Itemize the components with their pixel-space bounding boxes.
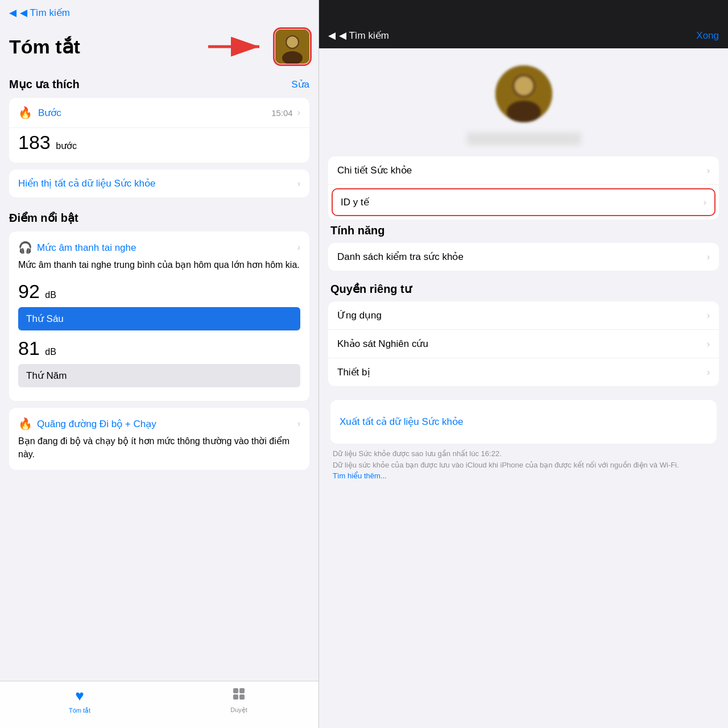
- footer-section: Xuất tất cả dữ liệu Sức khỏe Dữ liệu Sức…: [328, 398, 719, 482]
- highlights-title: Điểm nổi bật: [9, 211, 78, 225]
- all-health-label: Hiển thị tất cả dữ liệu Sức khỏe: [18, 177, 297, 189]
- walk-fire-icon: 🔥: [18, 417, 32, 431]
- privacy-card: Ứng dụng › Khảo sát Nghiên cứu › Thiết b…: [328, 301, 719, 386]
- day1-bar: Thứ Sáu: [18, 307, 300, 330]
- walk-chevron: ›: [297, 419, 300, 429]
- research-row[interactable]: Khảo sát Nghiên cứu ›: [328, 330, 719, 358]
- favorites-title: Mục ưa thích: [9, 77, 80, 91]
- day1-label: Thứ Sáu: [26, 313, 64, 324]
- health-menu-card: Chi tiết Sức khỏe › ID y tế ›: [328, 156, 719, 220]
- tinh-nang-section: Tính năng Danh sách kiểm tra sức khỏe ›: [328, 224, 719, 271]
- right-back-arrow: ◀: [328, 30, 336, 42]
- tinh-nang-card: Danh sách kiểm tra sức khỏe ›: [328, 243, 719, 271]
- db2-value: 81 dB: [18, 337, 300, 359]
- profile-name-blurred: [467, 133, 581, 145]
- checklist-label: Danh sách kiểm tra sức khỏe: [337, 251, 707, 263]
- favorites-header: Mục ưa thích Sửa: [9, 77, 309, 91]
- tab-summary[interactable]: ♥ Tóm tắt: [0, 687, 159, 714]
- walk-desc: Bạn đang đi bộ và chạy bộ ít hơn mức thô…: [18, 435, 300, 461]
- right-panel: ◀ ◀ Tìm kiếm Xong Chi tiết Sức khỏe ›: [318, 0, 728, 728]
- footer-note: Dữ liệu Sức khỏe được sao lưu gần nhất l…: [330, 448, 717, 482]
- svg-rect-6: [233, 688, 238, 693]
- learn-more-link[interactable]: Tìm hiểu thêm...: [333, 471, 387, 480]
- profile-avatar-button[interactable]: [275, 30, 309, 64]
- right-profile-avatar: [495, 65, 552, 122]
- apps-label: Ứng dụng: [337, 309, 707, 321]
- fire-icon: 🔥: [18, 106, 32, 119]
- left-scroll-content: Tóm tắt: [0, 25, 318, 681]
- svg-rect-7: [239, 688, 245, 693]
- right-status-bar: [319, 0, 728, 25]
- db2-number: 81: [18, 337, 40, 359]
- walk-label: Quãng đường Đi bộ + Chạy: [37, 418, 297, 430]
- page-header: Tóm tắt: [9, 25, 309, 64]
- tab-browse[interactable]: Duyệt: [159, 687, 318, 714]
- health-detail-label: Chi tiết Sức khỏe: [337, 164, 707, 176]
- steps-time: 15:04: [271, 108, 293, 118]
- right-back-label[interactable]: ◀ ◀ Tìm kiếm: [328, 30, 389, 42]
- tab-summary-label: Tóm tắt: [69, 707, 90, 714]
- highlights-header: Điểm nổi bật: [9, 211, 309, 225]
- chevron-icon: ›: [297, 107, 300, 118]
- privacy-section: Quyền riêng tư Ứng dụng › Khảo sát Nghiê…: [328, 282, 719, 386]
- export-card: Xuất tất cả dữ liệu Sức khỏe: [330, 400, 717, 444]
- heart-icon: ♥: [75, 687, 84, 705]
- footer-note-text: Dữ liệu Sức khỏe được sao lưu gần nhất l…: [333, 449, 679, 480]
- health-detail-chevron: ›: [707, 166, 710, 176]
- header-right: [80, 30, 309, 64]
- export-label: Xuất tất cả dữ liệu Sức khỏe: [340, 408, 464, 436]
- hearing-chevron: ›: [297, 242, 300, 253]
- right-nav-bar: ◀ ◀ Tìm kiếm Xong: [319, 25, 728, 48]
- privacy-title: Quyền riêng tư: [328, 282, 719, 296]
- db1-number: 92: [18, 280, 40, 302]
- svg-rect-9: [239, 694, 245, 700]
- checklist-chevron: ›: [707, 252, 710, 262]
- health-detail-row[interactable]: Chi tiết Sức khỏe ›: [328, 156, 719, 185]
- day2-bar: Thứ Năm: [18, 364, 300, 387]
- tinh-nang-title: Tính năng: [328, 224, 719, 237]
- grid-icon: [232, 687, 246, 704]
- db1-value: 92 dB: [18, 280, 300, 303]
- id-yte-label: ID y tế: [341, 196, 704, 208]
- export-row[interactable]: Xuất tất cả dữ liệu Sức khỏe: [330, 400, 717, 444]
- steps-value: 183 bước: [9, 128, 309, 163]
- all-health-chevron: ›: [297, 179, 300, 189]
- right-avatar-svg: [495, 65, 552, 122]
- apps-chevron: ›: [707, 311, 710, 321]
- hearing-card: 🎧 Mức âm thanh tai nghe › Mức âm thanh t…: [9, 231, 309, 401]
- walk-card: 🔥 Quãng đường Đi bộ + Chạy › Bạn đang đi…: [9, 408, 309, 470]
- day2-label: Thứ Năm: [26, 370, 67, 381]
- id-yte-row[interactable]: ID y tế ›: [332, 188, 715, 216]
- hearing-desc: Mức âm thanh tai nghe trung bình của bạn…: [18, 259, 300, 271]
- db2-unit: dB: [45, 347, 56, 357]
- walk-title-row: 🔥 Quãng đường Đi bộ + Chạy ›: [18, 417, 300, 431]
- id-yte-chevron: ›: [704, 197, 706, 208]
- tab-bar: ♥ Tóm tắt Duyệt: [0, 681, 318, 728]
- right-scroll-content: Chi tiết Sức khỏe › ID y tế › Tính năng …: [319, 48, 728, 728]
- back-arrow-icon: ◀: [9, 7, 16, 19]
- hearing-label: Mức âm thanh tai nghe: [37, 242, 297, 254]
- left-panel: ◀ ◀ Tìm kiếm Tóm tắt: [0, 0, 318, 728]
- all-health-row[interactable]: Hiển thị tất cả dữ liệu Sức khỏe ›: [9, 169, 309, 197]
- headphone-icon: 🎧: [18, 241, 32, 254]
- db1-unit: dB: [45, 290, 56, 300]
- steps-number: 183: [18, 131, 51, 153]
- back-label[interactable]: ◀ Tìm kiếm: [20, 7, 70, 19]
- devices-chevron: ›: [707, 367, 710, 378]
- page-title: Tóm tắt: [9, 35, 80, 58]
- checklist-row[interactable]: Danh sách kiểm tra sức khỏe ›: [328, 243, 719, 271]
- highlights-section: Điểm nổi bật 🎧 Mức âm thanh tai nghe › M…: [9, 211, 309, 470]
- red-arrow-icon: [208, 35, 271, 58]
- profile-section: [328, 48, 719, 156]
- tab-browse-label: Duyệt: [230, 706, 247, 714]
- edit-button[interactable]: Sửa: [291, 78, 309, 90]
- research-chevron: ›: [707, 339, 710, 349]
- apps-row[interactable]: Ứng dụng ›: [328, 301, 719, 330]
- done-button[interactable]: Xong: [696, 30, 719, 42]
- right-back-text: ◀ Tìm kiếm: [339, 30, 389, 42]
- left-status-bar: ◀ ◀ Tìm kiếm: [0, 0, 318, 25]
- research-label: Khảo sát Nghiên cứu: [337, 338, 707, 350]
- steps-row[interactable]: 🔥 Bước 15:04 ›: [9, 98, 309, 128]
- devices-row[interactable]: Thiết bị ›: [328, 358, 719, 386]
- steps-unit: bước: [56, 141, 77, 151]
